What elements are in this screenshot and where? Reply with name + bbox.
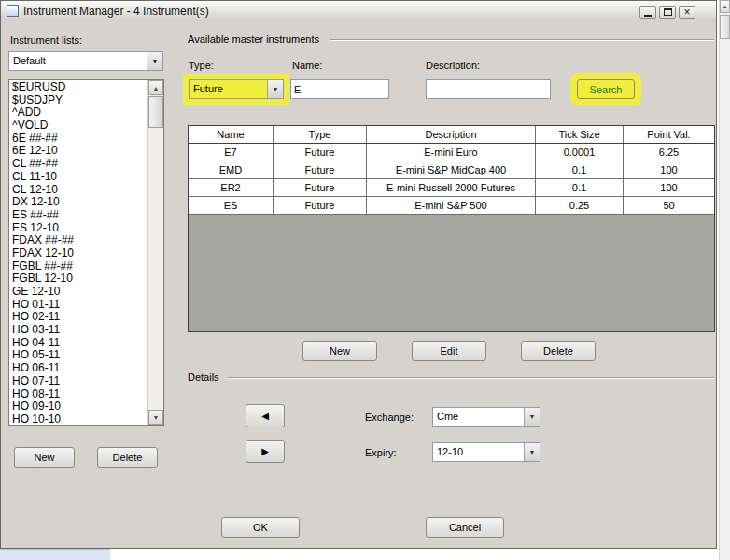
expiry-selector[interactable]: 12-10 ▼ — [432, 442, 540, 462]
table-cell: 0.25 — [536, 197, 624, 214]
column-header[interactable]: Tick Size — [536, 126, 624, 143]
app-icon — [7, 5, 19, 17]
table-cell: ES — [189, 197, 274, 214]
table-body: E7FutureE-mini Euro0.00016.25EMDFutureE-… — [189, 144, 714, 215]
scroll-up-icon[interactable]: ▲ — [148, 80, 163, 95]
list-item[interactable]: ES 12-10 — [9, 222, 147, 235]
maximize-button[interactable] — [659, 6, 676, 19]
list-item[interactable]: 6E ##-## — [9, 133, 147, 146]
close-icon: × — [683, 7, 690, 17]
instrument-list-selected-value: Default — [9, 52, 147, 70]
list-item[interactable]: HO 08-11 — [9, 388, 147, 401]
chevron-down-icon[interactable]: ▼ — [524, 408, 540, 426]
list-item[interactable]: FDAX 12-10 — [9, 247, 147, 260]
list-item[interactable]: HO 06-11 — [9, 362, 147, 375]
list-item[interactable]: $USDJPY — [9, 94, 147, 107]
scroll-thumb[interactable] — [148, 96, 163, 128]
list-item[interactable]: CL 11-10 — [9, 171, 147, 184]
list-item[interactable]: ES ##-## — [9, 209, 147, 222]
instruments-table[interactable]: NameTypeDescriptionTick SizePoint Val. E… — [188, 125, 715, 332]
description-label: Description: — [426, 60, 480, 71]
chevron-down-icon[interactable]: ▼ — [267, 80, 283, 98]
list-item[interactable]: 6E 12-10 — [9, 145, 147, 158]
master-delete-button[interactable]: Delete — [521, 341, 596, 361]
instrument-list-selector[interactable]: Default ▼ — [8, 51, 163, 71]
move-right-button[interactable]: ▶ — [246, 440, 285, 463]
instrument-lists-label: Instrument lists: — [10, 35, 82, 46]
close-button[interactable]: × — [679, 6, 695, 19]
master-edit-button[interactable]: Edit — [412, 341, 486, 361]
table-cell: Future — [274, 144, 367, 161]
table-header: NameTypeDescriptionTick SizePoint Val. — [189, 126, 714, 144]
column-header[interactable]: Type — [274, 126, 367, 143]
type-selected-value: Future — [190, 80, 267, 98]
list-item[interactable]: FGBL 12-10 — [9, 273, 147, 286]
description-input[interactable] — [426, 79, 551, 99]
list-item[interactable]: FGBL ##-## — [9, 260, 147, 273]
table-cell: EMD — [189, 161, 274, 178]
list-item[interactable]: HO 07-11 — [9, 375, 147, 388]
column-header[interactable]: Name — [189, 126, 274, 143]
minimize-button[interactable] — [639, 6, 656, 19]
expiry-label: Expiry: — [365, 447, 397, 458]
table-row[interactable]: EMDFutureE-mini S&P MidCap 4000.1100 — [189, 161, 714, 179]
page-scrollbar[interactable]: ▲ — [719, 0, 730, 560]
exchange-selector[interactable]: Cme ▼ — [432, 407, 540, 427]
list-scrollbar[interactable]: ▲ ▼ — [147, 80, 163, 425]
master-section-title: Available master instruments — [188, 34, 319, 45]
page-scroll-up-icon[interactable]: ▲ — [720, 0, 730, 13]
table-cell: E7 — [189, 144, 274, 161]
table-cell: 0.1 — [536, 179, 624, 196]
type-label: Type: — [189, 60, 214, 71]
title-bar[interactable]: Instrument Manager - 4 Instrument(s) — [1, 1, 716, 21]
list-item[interactable]: CL ##-## — [9, 158, 147, 171]
column-header[interactable]: Point Val. — [624, 126, 714, 143]
table-row[interactable]: E7FutureE-mini Euro0.00016.25 — [189, 144, 714, 161]
instrument-listbox[interactable]: $EURUSD$USDJPY^ADD^VOLD6E ##-##6E 12-10C… — [8, 79, 164, 426]
name-label: Name: — [292, 60, 322, 71]
cancel-button[interactable]: Cancel — [426, 517, 504, 538]
list-item[interactable]: HO 03-11 — [9, 324, 147, 337]
table-cell: Future — [274, 197, 367, 214]
type-selector[interactable]: Future ▼ — [189, 79, 284, 99]
table-cell: ER2 — [189, 179, 274, 196]
list-item[interactable]: FDAX ##-## — [9, 234, 147, 247]
column-header[interactable]: Description — [367, 126, 536, 143]
table-cell: 0.0001 — [536, 144, 624, 161]
search-button[interactable]: Search — [577, 79, 635, 99]
list-item[interactable]: HO 05-11 — [9, 349, 147, 362]
table-row[interactable]: ER2FutureE-mini Russell 2000 Futures0.11… — [189, 179, 714, 197]
table-cell: 6.25 — [624, 144, 714, 161]
list-item[interactable]: HO 02-11 — [9, 311, 147, 324]
list-item[interactable]: $EURUSD — [9, 81, 147, 94]
maximize-icon — [664, 8, 672, 16]
list-delete-button[interactable]: Delete — [97, 447, 158, 468]
instrument-list: $EURUSD$USDJPY^ADD^VOLD6E ##-##6E 12-10C… — [9, 80, 147, 425]
name-input[interactable] — [290, 79, 389, 99]
list-item[interactable]: DX 12-10 — [9, 196, 147, 209]
table-cell: E-mini Russell 2000 Futures — [367, 179, 536, 196]
list-item[interactable]: HO 09-10 — [9, 400, 147, 413]
list-item[interactable]: HO 01-11 — [9, 299, 147, 312]
list-item[interactable]: HO 10-10 — [9, 413, 147, 425]
list-item[interactable]: GE 12-10 — [9, 286, 147, 299]
left-arrow-icon: ◀ — [261, 411, 269, 421]
table-cell: E-mini S&P 500 — [367, 197, 536, 214]
table-cell: E-mini Euro — [367, 144, 536, 161]
move-left-button[interactable]: ◀ — [246, 404, 285, 427]
list-item[interactable]: CL 12-10 — [9, 184, 147, 197]
table-cell: 50 — [624, 197, 714, 214]
scroll-down-icon[interactable]: ▼ — [148, 410, 163, 425]
chevron-down-icon[interactable]: ▼ — [147, 52, 162, 70]
list-item[interactable]: ^VOLD — [9, 119, 147, 133]
list-item[interactable]: HO 04-11 — [9, 337, 147, 350]
list-new-button[interactable]: New — [14, 447, 75, 468]
list-item[interactable]: ^ADD — [9, 106, 147, 119]
ok-button[interactable]: OK — [221, 517, 300, 538]
table-row[interactable]: ESFutureE-mini S&P 5000.2550 — [189, 197, 714, 215]
table-cell: 100 — [624, 161, 714, 178]
chevron-down-icon[interactable]: ▼ — [524, 443, 540, 461]
master-new-button[interactable]: New — [302, 341, 377, 361]
minimize-icon — [644, 15, 652, 17]
page-scroll-thumb[interactable] — [720, 15, 730, 39]
